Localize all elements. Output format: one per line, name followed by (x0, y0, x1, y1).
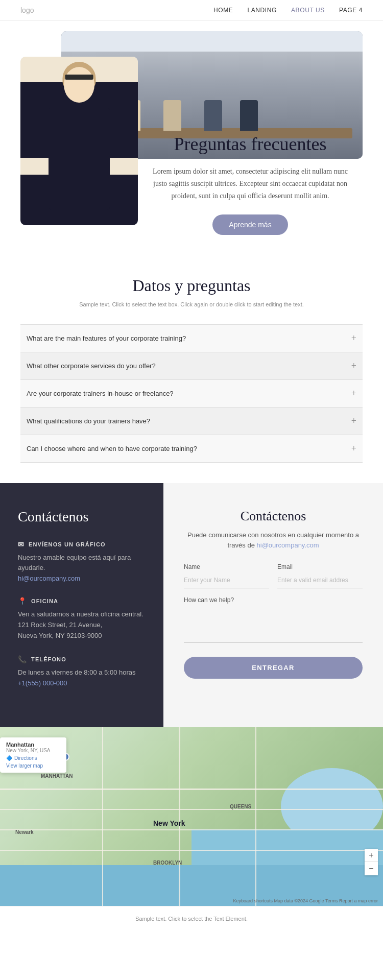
person-2 (163, 100, 181, 131)
contact-form: Name Email How can we help? ENTREGAR (184, 563, 363, 679)
hero-content: Preguntas frecuentes Lorem ipsum dolor s… (138, 133, 363, 235)
faq-expand-icon-1: + (351, 333, 356, 344)
map-label-manhattan: MANHATTAN (41, 773, 73, 779)
phone-link[interactable]: +1(555) 000-000 (18, 679, 67, 687)
map-info-title: Manhattan (6, 742, 60, 748)
contact-right-panel: Contáctenos Puede comunicarse con nosotr… (163, 483, 383, 728)
phone-icon: 📞 (18, 655, 27, 663)
navbar: logo HOME LANDING ABOUT US PAGE 4 (0, 0, 383, 21)
form-row-name-email: Name Email (184, 563, 363, 588)
contact-left-title: Contáctenos (18, 509, 146, 525)
email-link[interactable]: hi@ourcompany.com (18, 575, 80, 582)
phone-description: De lunes a viernes de 8:00 a 5:00 horas (18, 667, 146, 678)
hero-foreground-image (20, 57, 138, 225)
phone-block-header: 📞 TELÉFONO (18, 655, 146, 663)
location-icon: 📍 (18, 597, 27, 605)
hero-cta-button[interactable]: Aprende más (212, 214, 288, 235)
faq-expand-icon-2: + (351, 361, 356, 371)
faq-item[interactable]: What qualifications do your trainers hav… (20, 408, 363, 435)
faq-question-3: Are your corporate trainers in-house or … (27, 390, 174, 397)
zoom-in-button[interactable]: + (365, 849, 378, 862)
help-label: How can we help? (184, 596, 363, 604)
faq-expand-icon-5: + (351, 443, 356, 454)
faq-item[interactable]: What other corporate services do you off… (20, 352, 363, 380)
faq-title: Datos y preguntas (20, 276, 363, 295)
map-city-label: New York (153, 819, 185, 827)
bottom-sample-text: Sample text. Click to select the Text El… (135, 916, 248, 922)
name-label: Name (184, 563, 269, 570)
nav-logo: logo (20, 6, 34, 14)
map-directions-button[interactable]: 🔷 Directions (6, 755, 37, 761)
faq-section: Datos y preguntas Sample text. Click to … (0, 246, 383, 483)
ceiling (61, 31, 363, 52)
map-road-h2 (0, 809, 383, 810)
phone-heading: TELÉFONO (31, 656, 66, 662)
email-label: Email (277, 563, 363, 570)
submit-button[interactable]: ENTREGAR (184, 657, 363, 679)
contact-left-panel: Contáctenos ✉ ENVÍENOS UN GRÁFICO Nuestr… (0, 483, 163, 728)
email-form-group: Email (277, 563, 363, 588)
faq-question-1: What are the main features of your corpo… (27, 334, 186, 342)
faq-item[interactable]: What are the main features of your corpo… (20, 325, 363, 352)
email-input[interactable] (277, 572, 363, 588)
map-road-h1 (0, 788, 383, 790)
contact-right-title: Contáctenos (184, 509, 363, 524)
woman-body (49, 108, 110, 210)
textarea-wrap (184, 612, 363, 644)
faq-question-4: What qualifications do your trainers hav… (27, 417, 150, 425)
person-3 (204, 100, 222, 131)
email-block-header: ✉ ENVÍENOS UN GRÁFICO (18, 540, 146, 548)
map-label-newark: Newark (15, 829, 34, 835)
nav-link-about[interactable]: ABOUT US (291, 7, 325, 14)
map-road-v2 (179, 727, 180, 906)
faq-expand-icon-4: + (351, 416, 356, 426)
person-4 (240, 100, 258, 131)
nav-link-page4[interactable]: PAGE 4 (339, 7, 363, 14)
zoom-out-button[interactable]: − (365, 862, 378, 875)
map-label-brooklyn: BROOKLYN (153, 860, 182, 866)
contact-section: Contáctenos ✉ ENVÍENOS UN GRÁFICO Nuestr… (0, 483, 383, 728)
faq-item[interactable]: Are your corporate trainers in-house or … (20, 380, 363, 408)
contact-inline-email[interactable]: hi@ourcompany.com (257, 541, 319, 549)
contact-right-description: Puede comunicarse con nosotros en cualqu… (184, 530, 363, 552)
faq-expand-icon-3: + (351, 388, 356, 399)
office-block: 📍 OFICINA Ven a saludarnos a nuestra ofi… (18, 597, 146, 641)
nav-links: HOME LANDING ABOUT US PAGE 4 (213, 7, 363, 14)
faq-list: What are the main features of your corpo… (20, 324, 363, 463)
email-block: ✉ ENVÍENOS UN GRÁFICO Nuestro amable equ… (18, 540, 146, 583)
name-input[interactable] (184, 572, 269, 588)
phone-block: 📞 TELÉFONO De lunes a viernes de 8:00 a … (18, 655, 146, 687)
office-description: Ven a saludarnos a nuestra oficina centr… (18, 609, 146, 641)
name-form-group: Name (184, 563, 269, 588)
hero-title: Preguntas frecuentes (148, 133, 352, 155)
woman-glasses (65, 75, 93, 80)
hero-container: Preguntas frecuentes Lorem ipsum dolor s… (20, 31, 363, 215)
map-section: New York MANHATTAN QUEENS BROOKLYN Newar… (0, 727, 383, 906)
hero-section: Preguntas frecuentes Lorem ipsum dolor s… (0, 21, 383, 246)
map-info-subtitle: New York, NY, USA (6, 748, 60, 753)
help-form-group: How can we help? (184, 596, 363, 604)
office-block-header: 📍 OFICINA (18, 597, 146, 605)
map-info-box: Manhattan New York, NY, USA 🔷 Directions… (0, 737, 66, 773)
view-larger-map-button[interactable]: View larger map (6, 763, 43, 769)
map-road-h3 (0, 829, 383, 830)
email-description: Nuestro amable equipo está aquí para ayu… (18, 553, 146, 574)
nav-link-landing[interactable]: LANDING (247, 7, 277, 14)
help-textarea[interactable] (184, 612, 363, 642)
directions-icon: 🔷 (6, 755, 12, 761)
map-road-v3 (255, 727, 256, 906)
map-footer-text: Keyboard shortcuts Map data ©2024 Google… (233, 898, 378, 903)
nav-link-home[interactable]: HOME (213, 7, 233, 14)
map-road-h4 (0, 850, 383, 851)
faq-question-2: What other corporate services do you off… (27, 362, 156, 370)
faq-question-5: Can I choose where and when to have corp… (27, 445, 197, 452)
map-background: New York MANHATTAN QUEENS BROOKLYN Newar… (0, 727, 383, 906)
bottom-bar: Sample text. Click to select the Text El… (0, 906, 383, 930)
woman-head (64, 67, 94, 103)
map-road-v1 (102, 727, 103, 906)
email-heading: ENVÍENOS UN GRÁFICO (29, 541, 105, 547)
faq-item[interactable]: Can I choose where and when to have corp… (20, 435, 363, 463)
map-zoom-controls: + − (365, 849, 378, 875)
map-label-queens: QUEENS (230, 804, 251, 809)
faq-subtitle: Sample text. Click to select the text bo… (20, 300, 363, 309)
